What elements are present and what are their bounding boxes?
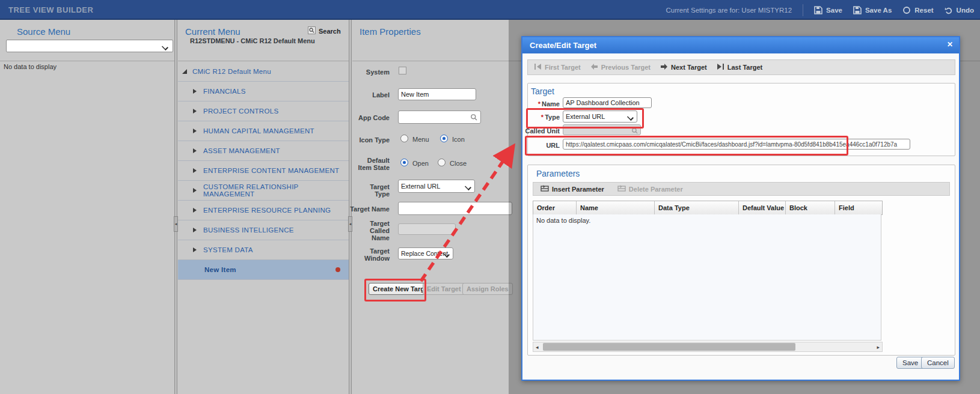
app-code-label: App Code (354, 114, 390, 121)
column-header-name[interactable]: Name (577, 201, 655, 214)
search-button[interactable]: Search (308, 26, 341, 35)
tree-item-enterprise-resource-planning[interactable]: ENTERPRISE RESOURCE PLANNING (178, 201, 349, 220)
target-window-label: Target Window (354, 247, 390, 262)
type-label: *Type (528, 114, 560, 121)
target-nav-toolbar: First Target Previous Target Next Target… (527, 59, 955, 75)
target-name-field[interactable] (563, 97, 652, 108)
state-open-radio[interactable] (400, 159, 408, 166)
source-menu-dropdown[interactable] (6, 40, 173, 52)
target-heading: Target (531, 86, 554, 96)
modified-indicator-dot (335, 267, 340, 272)
horizontal-scrollbar[interactable]: ◂ ▸ (533, 342, 883, 352)
tree-item-customer-relationship-management[interactable]: CUSTOMER RELATIONSHIP MANAGEMENT (178, 181, 349, 201)
icon-type-label: Icon Type (354, 136, 390, 144)
topbar-divider (803, 4, 803, 16)
save-as-icon (853, 6, 862, 14)
reset-button[interactable]: Reset (902, 6, 933, 14)
parameters-table-header: Order Name Data Type Default Value Block… (533, 201, 883, 215)
target-type-field[interactable]: External URL (563, 111, 637, 123)
tree-item-project-controls[interactable]: PROJECT CONTROLS (178, 102, 349, 121)
column-header-order[interactable]: Order (533, 201, 577, 214)
icon-type-menu-label[interactable]: Menu (412, 136, 429, 143)
icon-type-icon-radio[interactable] (440, 135, 448, 142)
scrollbar-thumb[interactable] (543, 343, 795, 351)
state-close-radio[interactable] (438, 159, 446, 166)
called-unit-lookup-icon[interactable] (631, 126, 639, 137)
system-checkbox[interactable] (399, 67, 406, 74)
expand-collapsed-icon[interactable] (192, 126, 197, 136)
expand-collapsed-icon[interactable] (192, 185, 197, 196)
required-marker: * (538, 100, 541, 108)
menu-tree: CMiC R12 Default Menu FINANCIALS PROJECT… (178, 62, 349, 280)
column-header-default-value[interactable]: Default Value (739, 201, 786, 214)
close-icon[interactable]: ✕ (947, 40, 953, 49)
tree-item-new-item[interactable]: New Item (178, 260, 349, 280)
dialog-header[interactable]: Create/Edit Target ✕ (522, 37, 959, 53)
expand-collapsed-icon[interactable] (192, 86, 197, 97)
parameters-table-body: No data to display. (533, 214, 881, 341)
tree-item-financials[interactable]: FINANCIALS (178, 82, 349, 102)
save-button[interactable]: Save (814, 6, 842, 14)
tree-root-row[interactable]: CMiC R12 Default Menu (178, 62, 349, 82)
column-header-field[interactable]: Field (835, 201, 882, 214)
icon-type-icon-label[interactable]: Icon (452, 136, 465, 143)
skip-last-icon (717, 63, 724, 71)
splitter-collapse-handle[interactable]: ◂ (174, 216, 178, 232)
app-code-lookup-icon[interactable] (470, 113, 478, 124)
dialog-cancel-button[interactable]: Cancel (921, 357, 955, 369)
panel-divider (0, 61, 174, 61)
arrow-right-icon (660, 63, 668, 71)
expand-collapsed-icon[interactable] (192, 225, 197, 235)
name-label: *Name (528, 100, 560, 108)
app-code-input[interactable] (398, 111, 481, 124)
expand-collapsed-icon[interactable] (192, 205, 197, 216)
label-input[interactable] (398, 88, 476, 100)
tree-item-human-capital-management[interactable]: HUMAN CAPITAL MANAGEMENT (178, 121, 349, 141)
parameters-empty-text: No data to display. (536, 217, 590, 224)
scroll-right-icon[interactable]: ▸ (877, 344, 880, 351)
target-name-input[interactable] (398, 202, 512, 215)
scroll-left-icon[interactable]: ◂ (536, 344, 539, 351)
panel-splitter[interactable] (174, 20, 177, 394)
save-as-button[interactable]: Save As (853, 6, 892, 14)
undo-button[interactable]: Undo (945, 6, 974, 14)
dialog-save-button[interactable]: Save (896, 357, 924, 369)
expand-collapsed-icon[interactable] (192, 244, 197, 255)
default-item-state-label: Default Item State (354, 157, 390, 171)
state-open-label[interactable]: Open (412, 160, 429, 167)
column-header-data-type[interactable]: Data Type (655, 201, 739, 214)
expand-collapsed-icon[interactable] (192, 165, 197, 176)
label-label: Label (354, 91, 390, 98)
assign-roles-button: Assign Roles (462, 283, 513, 295)
column-header-block[interactable]: Block (786, 201, 835, 214)
target-name-label: Target Name (348, 205, 390, 213)
app-title: TREE VIEW BUILDER (8, 5, 93, 14)
url-field[interactable] (563, 139, 910, 150)
tree-item-system-data[interactable]: SYSTEM DATA (178, 240, 349, 260)
tree-item-enterprise-content-management[interactable]: ENTERPRISE CONTENT MANAGEMENT (178, 161, 349, 181)
state-close-label[interactable]: Close (450, 160, 467, 167)
tree-item-business-intelligence[interactable]: BUSINESS INTELLIGENCE (178, 220, 349, 240)
target-type-select[interactable]: External URL (398, 180, 475, 193)
parameters-toolbar: Insert Parameter Delete Parameter (533, 182, 950, 196)
insert-parameter-button[interactable]: Insert Parameter (541, 185, 604, 193)
skip-first-icon (534, 63, 542, 71)
system-label: System (354, 68, 390, 76)
chevron-down-icon (628, 114, 633, 120)
expand-collapsed-icon[interactable] (192, 145, 197, 156)
undo-icon (945, 6, 953, 14)
icon-type-menu-radio[interactable] (400, 135, 408, 142)
next-target-button[interactable]: Next Target (660, 63, 707, 71)
collapse-expanded-icon[interactable] (182, 66, 188, 77)
save-icon (814, 6, 822, 14)
target-window-select[interactable]: Replace Content (398, 247, 453, 259)
splitter-collapse-handle[interactable]: ◂ (348, 216, 352, 232)
chevron-down-icon (465, 184, 471, 189)
expand-collapsed-icon[interactable] (192, 106, 197, 117)
top-bar: TREE VIEW BUILDER Current Settings are f… (0, 0, 980, 20)
chevron-down-icon (162, 44, 168, 49)
last-target-button[interactable]: Last Target (717, 63, 762, 71)
tree-item-asset-management[interactable]: ASSET MANAGEMENT (178, 141, 349, 161)
item-properties-title: Item Properties (360, 26, 421, 37)
current-menu-subtitle: R12STDMENU - CMiC R12 Default Menu (190, 37, 315, 44)
